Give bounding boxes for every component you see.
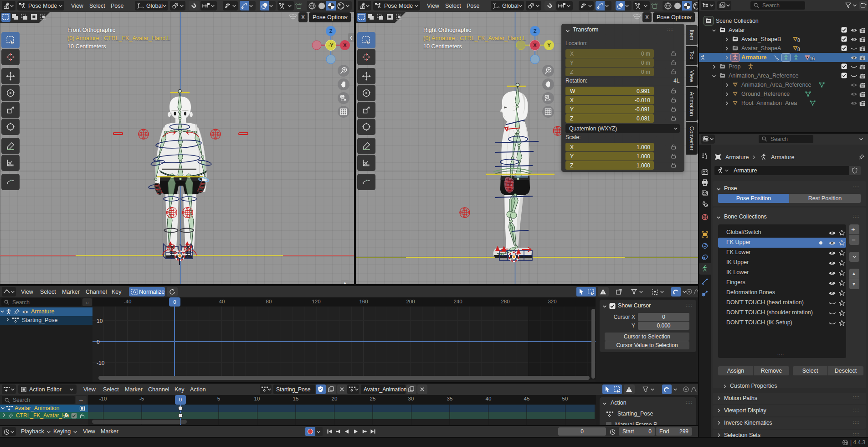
svg-text:X: X (343, 42, 347, 48)
svg-text:-Y: -Y (329, 42, 334, 48)
svg-text:Z: Z (534, 28, 537, 34)
svg-text:Y: Y (547, 42, 551, 48)
svg-text:X: X (533, 42, 537, 48)
svg-text:Z: Z (329, 28, 333, 34)
